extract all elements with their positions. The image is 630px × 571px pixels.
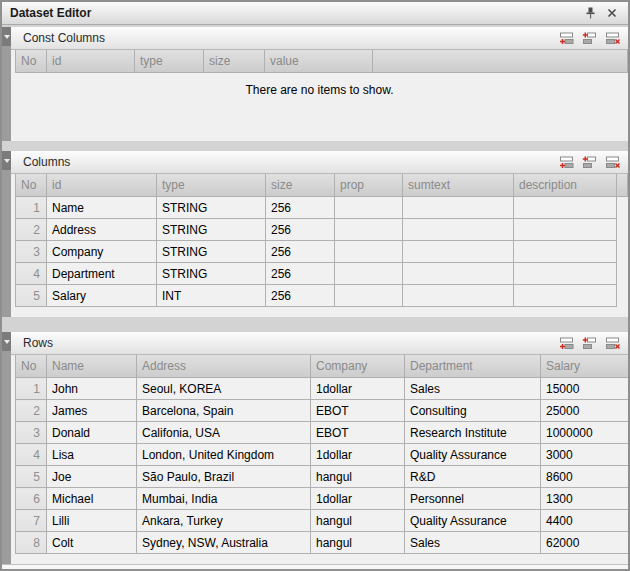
data-cell[interactable]: 15000 [541,378,630,400]
data-cell[interactable]: Address [47,219,157,241]
delete-row-button[interactable] [604,31,620,45]
data-cell[interactable]: Joe [47,466,137,488]
column-header[interactable]: No [16,174,47,197]
data-cell[interactable]: 256 [266,197,335,219]
data-cell[interactable]: 1300 [541,488,630,510]
data-cell[interactable]: 8600 [541,466,630,488]
row-number-cell[interactable]: 7 [16,510,47,532]
delete-row-button[interactable] [604,336,620,350]
data-cell[interactable]: hangul [311,532,405,554]
collapse-button[interactable] [2,27,11,46]
table-row[interactable]: 4DepartmentSTRING256 [16,263,628,285]
row-number-cell[interactable]: 4 [16,263,47,285]
row-number-cell[interactable]: 6 [16,488,47,510]
data-cell[interactable] [335,285,403,307]
data-cell[interactable]: 62000 [541,532,630,554]
row-number-cell[interactable]: 5 [16,466,47,488]
data-cell[interactable]: London, United Kingdom [137,444,311,466]
data-cell[interactable] [514,263,617,285]
data-cell[interactable]: Seoul, KOREA [137,378,311,400]
data-cell[interactable]: Sydney, NSW, Australia [137,532,311,554]
data-cell[interactable]: Personnel [405,488,541,510]
data-cell[interactable]: Name [47,197,157,219]
column-header[interactable]: Department [405,355,541,378]
data-cell[interactable] [403,241,514,263]
data-cell[interactable]: John [47,378,137,400]
insert-row-button[interactable] [581,155,597,169]
column-header[interactable]: id [47,174,157,197]
table-row[interactable]: 6MichaelMumbai, India1dollarPersonnel130… [16,488,630,510]
row-number-cell[interactable]: 2 [16,219,47,241]
row-number-cell[interactable]: 4 [16,444,47,466]
column-header[interactable]: prop [335,174,403,197]
data-cell[interactable]: 3000 [541,444,630,466]
data-cell[interactable]: 256 [266,285,335,307]
row-number-cell[interactable]: 5 [16,285,47,307]
data-cell[interactable] [403,219,514,241]
table-row[interactable]: 5JoeSão Paulo, BrazilhangulR&D8600 [16,466,630,488]
data-cell[interactable] [335,219,403,241]
pin-icon[interactable] [582,5,598,21]
data-cell[interactable]: R&D [405,466,541,488]
data-cell[interactable] [335,263,403,285]
add-row-button[interactable] [558,336,574,350]
data-cell[interactable]: Research Institute [405,422,541,444]
data-cell[interactable]: STRING [157,263,266,285]
data-cell[interactable]: 1000000 [541,422,630,444]
data-cell[interactable] [335,241,403,263]
row-number-cell[interactable]: 2 [16,400,47,422]
data-cell[interactable]: Colt [47,532,137,554]
table-row[interactable]: 1JohnSeoul, KOREA1dollarSales15000 [16,378,630,400]
table-row[interactable]: 5SalaryINT256 [16,285,628,307]
column-header[interactable]: Company [311,355,405,378]
data-cell[interactable]: Lilli [47,510,137,532]
data-cell[interactable] [514,219,617,241]
data-cell[interactable]: Quality Assurance [405,510,541,532]
data-cell[interactable]: 1dollar [311,444,405,466]
data-cell[interactable]: Lisa [47,444,137,466]
table-row[interactable]: 4LisaLondon, United Kingdom1dollarQualit… [16,444,630,466]
data-cell[interactable]: Company [47,241,157,263]
column-header[interactable]: id [47,50,135,73]
data-cell[interactable]: Califonia, USA [137,422,311,444]
column-header[interactable]: Salary [541,355,630,378]
add-row-button[interactable] [558,155,574,169]
column-header[interactable]: size [204,50,265,73]
column-header[interactable]: description [514,174,617,197]
data-cell[interactable]: Sales [405,532,541,554]
column-header[interactable]: No [16,50,47,73]
data-cell[interactable] [335,197,403,219]
data-cell[interactable]: Michael [47,488,137,510]
column-header[interactable]: type [135,50,204,73]
collapse-button[interactable] [2,332,11,351]
table-row[interactable]: 7LilliAnkara, TurkeyhangulQuality Assura… [16,510,630,532]
data-cell[interactable]: Donald [47,422,137,444]
data-cell[interactable]: STRING [157,219,266,241]
data-cell[interactable]: Department [47,263,157,285]
collapse-button[interactable] [2,151,11,170]
row-number-cell[interactable]: 1 [16,378,47,400]
data-cell[interactable]: 256 [266,263,335,285]
data-cell[interactable]: Salary [47,285,157,307]
data-cell[interactable]: 25000 [541,400,630,422]
data-cell[interactable]: 256 [266,241,335,263]
table-row[interactable]: 2JamesBarcelona, SpainEBOTConsulting2500… [16,400,630,422]
data-cell[interactable]: São Paulo, Brazil [137,466,311,488]
data-cell[interactable] [514,197,617,219]
data-cell[interactable]: 1dollar [311,378,405,400]
close-icon[interactable] [604,5,620,21]
data-cell[interactable]: EBOT [311,400,405,422]
column-header[interactable]: size [266,174,335,197]
data-cell[interactable] [514,285,617,307]
row-number-cell[interactable]: 3 [16,241,47,263]
column-header[interactable]: type [157,174,266,197]
column-header[interactable]: Address [137,355,311,378]
row-number-cell[interactable]: 3 [16,422,47,444]
data-cell[interactable] [403,285,514,307]
data-cell[interactable]: James [47,400,137,422]
column-header[interactable]: No [16,355,47,378]
data-cell[interactable]: Quality Assurance [405,444,541,466]
table-row[interactable]: 3CompanySTRING256 [16,241,628,263]
data-cell[interactable]: Mumbai, India [137,488,311,510]
data-cell[interactable]: STRING [157,197,266,219]
